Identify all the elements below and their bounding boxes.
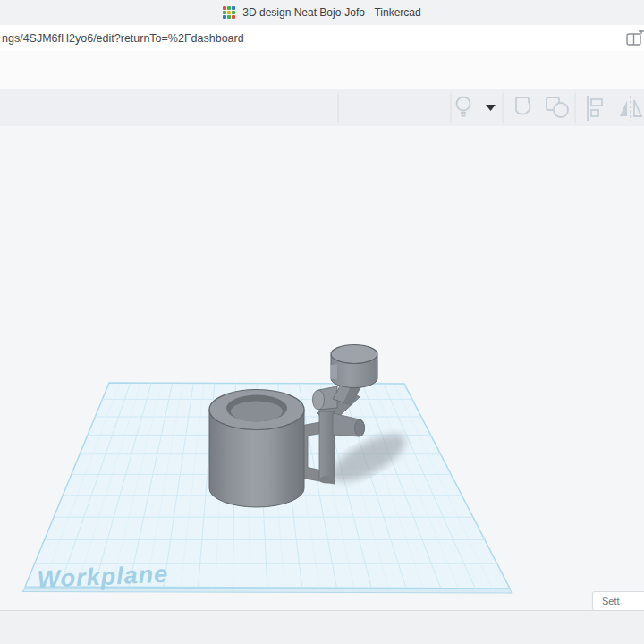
split-screen-icon[interactable]: [626, 30, 644, 47]
tinkercad-favicon-icon: [223, 6, 235, 19]
group-icon[interactable]: [516, 97, 530, 114]
light-dropdown-icon[interactable]: [486, 105, 496, 111]
model-pipe-foot: [319, 476, 335, 483]
model-cap-top: [331, 345, 377, 364]
shape-toolbar: [0, 89, 644, 127]
model-stub-face: [313, 390, 325, 410]
address-bar[interactable]: ngs/4SJM6fH2yo6/edit?returnTo=%2Fdashboa…: [0, 25, 644, 52]
viewport-canvas: Workplane: [0, 126, 644, 610]
model-mug-hole-wall: [231, 402, 283, 422]
3d-viewport[interactable]: Workplane: [0, 126, 644, 610]
url-text: ngs/4SJM6fH2yo6/edit?returnTo=%2Fdashboa…: [2, 32, 244, 45]
browser-tab[interactable]: 3D design Neat Bojo-Jofo - Tinkercad: [223, 6, 420, 19]
workplane-label: Workplane: [37, 561, 169, 593]
light-toggle-icon[interactable]: [457, 97, 470, 116]
page-header-blank: [0, 51, 644, 89]
model-pipe-end: [355, 419, 365, 436]
taskbar: Search T: [0, 610, 644, 644]
screen: 3D design Neat Bojo-Jofo - Tinkercad ngs…: [0, 0, 644, 644]
settings-button[interactable]: Sett: [592, 591, 644, 611]
align-icon[interactable]: [588, 96, 602, 121]
tab-title: 3D design Neat Bojo-Jofo - Tinkercad: [242, 6, 420, 19]
model-pipe-vertical: [319, 411, 335, 483]
mirror-icon[interactable]: [620, 96, 641, 121]
ungroup-icon[interactable]: [547, 97, 568, 117]
browser-tab-bar: 3D design Neat Bojo-Jofo - Tinkercad: [0, 0, 644, 26]
model-cap-notch: [331, 364, 337, 380]
